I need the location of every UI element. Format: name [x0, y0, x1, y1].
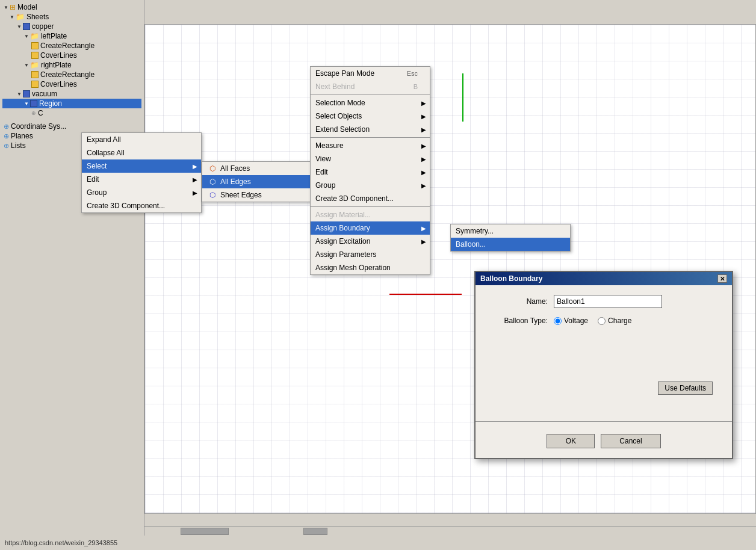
- menu-assign-excitation[interactable]: Assign Excitation ▶: [311, 235, 430, 248]
- submenu-arrow: ▶: [421, 182, 426, 189]
- menu-all-faces[interactable]: ⬡ All Faces: [202, 162, 321, 175]
- rect-icon: [31, 71, 39, 78]
- tree-item-sheets[interactable]: ▼ 📁 Sheets: [2, 12, 141, 22]
- tree-item-region[interactable]: ▼ Region: [2, 99, 141, 108]
- edges-icon: ⬡: [207, 178, 218, 186]
- menu-assign-mesh[interactable]: Assign Mesh Operation: [311, 261, 430, 274]
- menu-selection-mode[interactable]: Selection Mode ▶: [311, 96, 430, 110]
- menu-create3d[interactable]: Create 3D Component...: [311, 192, 430, 205]
- boundary-submenu: Symmetry... Balloon...: [450, 224, 571, 252]
- menu-balloon[interactable]: Balloon...: [451, 238, 570, 251]
- submenu-arrow: ▶: [421, 100, 426, 107]
- dialog-body: Name: Balloon Type: Voltage Charge: [476, 285, 732, 409]
- viewport-horizontal-line: [389, 294, 462, 295]
- sheet-icon: ⬡: [207, 191, 218, 199]
- dialog-divider: [476, 421, 732, 422]
- tree-item-model[interactable]: ▼ ⊞ Model: [2, 2, 141, 12]
- expand-icon: ▼: [17, 24, 22, 29]
- dialog-spacer: [488, 333, 720, 382]
- dialog-close-button[interactable]: ✕: [717, 274, 727, 283]
- tree-item-rightplate[interactable]: ▼ 📁 rightPlate: [2, 60, 141, 70]
- submenu-arrow: ▶: [421, 143, 426, 149]
- balloon-boundary-dialog: Balloon Boundary ✕ Name: Balloon Type: V…: [474, 271, 733, 459]
- tree-item-c[interactable]: ⊕ C: [2, 108, 141, 118]
- tree-item-createrect1[interactable]: CreateRectangle: [2, 41, 141, 51]
- ok-button[interactable]: OK: [547, 434, 595, 448]
- submenu-arrow: ▶: [193, 163, 197, 170]
- rect-icon: [31, 42, 39, 49]
- type-label: Balloon Type:: [488, 317, 548, 325]
- menu-group[interactable]: Group ▶: [82, 186, 201, 199]
- tree-item-coverlines1[interactable]: CoverLines: [2, 51, 141, 60]
- tree-item-leftplate[interactable]: ▼ 📁 leftPlate: [2, 31, 141, 41]
- submenu-arrow: ▶: [421, 225, 426, 232]
- menu-edit[interactable]: Edit ▶: [311, 165, 430, 179]
- charge-option[interactable]: Charge: [598, 317, 631, 325]
- menu-edit[interactable]: Edit ▶: [82, 173, 201, 186]
- name-input[interactable]: [554, 295, 662, 308]
- expand-icon: ▼: [10, 14, 14, 20]
- menu-group[interactable]: Group ▶: [311, 179, 430, 192]
- use-defaults-row: Use Defaults: [488, 382, 720, 400]
- menu-create3d[interactable]: Create 3D Component...: [82, 199, 201, 212]
- menu-expand-all[interactable]: Expand All: [82, 133, 201, 146]
- expand-icon: ▼: [4, 5, 8, 10]
- tree-view: ▼ ⊞ Model ▼ 📁 Sheets ▼ copper ▼ 📁 leftPl…: [0, 0, 144, 153]
- menu-escape-pan[interactable]: Escape Pan Mode Esc: [311, 67, 430, 80]
- tree-item-vacuum[interactable]: ▼ vacuum: [2, 89, 141, 99]
- menu-view[interactable]: View ▶: [311, 152, 430, 165]
- scroll-thumb[interactable]: [181, 528, 229, 535]
- use-defaults-button[interactable]: Use Defaults: [658, 382, 713, 395]
- menu-assign-material[interactable]: Assign Material...: [311, 208, 430, 221]
- menu-all-edges[interactable]: ⬡ All Edges: [202, 175, 321, 188]
- main-context-menu: Escape Pan Mode Esc Next Behind B Select…: [310, 66, 430, 275]
- submenu-arrow: ▶: [421, 156, 426, 162]
- submenu-arrow: ▶: [193, 176, 197, 183]
- bottom-scroll-bar[interactable]: [144, 526, 756, 536]
- menu-symmetry[interactable]: Symmetry...: [451, 224, 570, 238]
- separator-2: [311, 137, 430, 138]
- status-url: https://blog.csdn.net/weixin_29343855: [5, 539, 117, 546]
- expand-icon: ▼: [24, 101, 29, 107]
- menu-select[interactable]: Select ▶: [82, 159, 201, 173]
- expand-icon: ▼: [17, 91, 22, 97]
- submenu-arrow: ▶: [193, 190, 197, 196]
- menu-extend-selection[interactable]: Extend Selection ▶: [311, 123, 430, 136]
- tree-item-copper[interactable]: ▼ copper: [2, 22, 141, 31]
- cancel-button[interactable]: Cancel: [601, 434, 660, 448]
- balloon-type-radio-group: Voltage Charge: [554, 317, 631, 325]
- box-icon: [30, 100, 37, 107]
- box-icon: [23, 23, 30, 30]
- dialog-titlebar: Balloon Boundary ✕: [476, 272, 732, 285]
- menu-measure[interactable]: Measure ▶: [311, 139, 430, 152]
- submenu-arrow: ▶: [421, 113, 426, 120]
- tree-item-createrect2[interactable]: CreateRectangle: [2, 70, 141, 79]
- menu-select-objects[interactable]: Select Objects ▶: [311, 110, 430, 123]
- charge-radio[interactable]: [598, 317, 606, 325]
- tree-item-coord[interactable]: ⊕ Coordinate Sys...: [2, 122, 141, 131]
- menu-next-behind[interactable]: Next Behind B: [311, 80, 430, 93]
- expand-icon: ▼: [24, 34, 29, 39]
- name-label: Name:: [488, 297, 548, 306]
- separator-1: [311, 94, 430, 95]
- voltage-radio[interactable]: [554, 317, 562, 325]
- box-icon: [23, 90, 30, 97]
- rect-icon: [31, 52, 39, 59]
- menu-assign-parameters[interactable]: Assign Parameters: [311, 248, 430, 261]
- menu-sheet-edges[interactable]: ⬡ Sheet Edges: [202, 188, 321, 202]
- select-submenu: ⬡ All Faces ⬡ All Edges ⬡ Sheet Edges: [202, 161, 322, 202]
- dialog-footer: OK Cancel: [476, 429, 732, 458]
- left-panel: ▼ ⊞ Model ▼ 📁 Sheets ▼ copper ▼ 📁 leftPl…: [0, 0, 144, 550]
- rect-icon: [31, 81, 39, 88]
- name-field-row: Name:: [488, 295, 720, 308]
- voltage-option[interactable]: Voltage: [554, 317, 588, 325]
- faces-icon: ⬡: [207, 164, 218, 173]
- submenu-arrow: ▶: [421, 238, 426, 245]
- viewport-vertical-line: [462, 73, 463, 122]
- menu-collapse-all[interactable]: Collapse All: [82, 146, 201, 159]
- scroll-thumb-2[interactable]: [303, 528, 327, 535]
- menu-assign-boundary[interactable]: Assign Boundary ▶: [311, 221, 430, 235]
- tree-item-coverlines2[interactable]: CoverLines: [2, 79, 141, 89]
- type-field-row: Balloon Type: Voltage Charge: [488, 317, 720, 325]
- tree-context-menu: Expand All Collapse All Select ▶ Edit ▶ …: [81, 132, 202, 213]
